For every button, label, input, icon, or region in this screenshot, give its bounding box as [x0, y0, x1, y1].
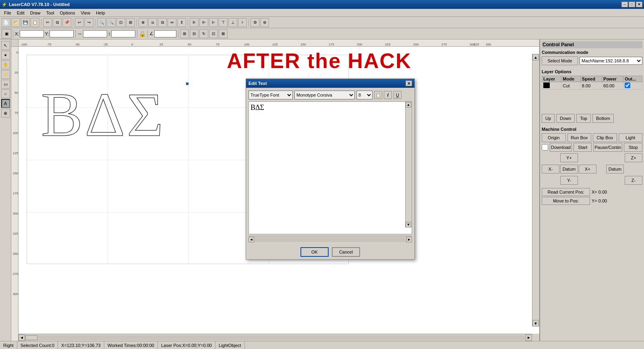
pointer-tool[interactable]: ↖: [1, 41, 10, 50]
underline-button[interactable]: U: [393, 91, 402, 99]
datum2-button[interactable]: Datum: [606, 165, 624, 173]
h-scroll-right[interactable]: ►: [406, 237, 412, 242]
laser-btn1[interactable]: ⚙: [251, 18, 259, 27]
font-copy-button[interactable]: 📋: [374, 91, 382, 99]
save-as-button[interactable]: 📋: [31, 18, 39, 27]
mirror-v-button[interactable]: ⇕: [177, 18, 186, 27]
save-button[interactable]: 💾: [21, 18, 30, 27]
text-vscroll[interactable]: ▲ ▼: [405, 102, 412, 227]
move-pos-button[interactable]: Move to Pos:: [542, 197, 590, 205]
table-row[interactable]: Cut 8.00 60.00: [542, 82, 642, 90]
selection-handle[interactable]: [186, 83, 188, 85]
start-button[interactable]: Start: [574, 143, 592, 152]
top-button[interactable]: Top: [576, 114, 591, 123]
x-input[interactable]: 70.101: [20, 30, 44, 37]
select-mode-button[interactable]: Select Mode: [542, 56, 578, 65]
cut-button[interactable]: ✂: [43, 18, 52, 27]
x-plus-button[interactable]: X+: [579, 165, 596, 173]
spacing-tb-btn[interactable]: ⊠: [219, 29, 228, 38]
z-plus-button[interactable]: Z+: [625, 153, 642, 162]
open-button[interactable]: 📂: [11, 18, 20, 27]
redo-button[interactable]: ↪: [85, 18, 93, 27]
menu-tool[interactable]: Tool: [43, 10, 56, 16]
machine-select[interactable]: MachName:192.168.8.8: [580, 57, 642, 65]
ellipse-tool[interactable]: ○: [1, 89, 10, 98]
node-tool[interactable]: ✦: [1, 51, 10, 60]
scroll-down-button[interactable]: ▼: [532, 320, 539, 326]
run-box-button[interactable]: Run Box: [567, 133, 592, 142]
rect-tool[interactable]: ▭: [1, 80, 10, 89]
light-button[interactable]: Light: [619, 133, 643, 142]
align-left-button[interactable]: ⊪: [190, 18, 199, 27]
paste-button[interactable]: 📌: [62, 18, 71, 27]
italic-button[interactable]: I: [384, 91, 392, 99]
menu-options[interactable]: Options: [58, 10, 78, 16]
zoom-in-button[interactable]: 🔍: [97, 18, 106, 27]
mirror-h-button[interactable]: ⇔: [168, 18, 176, 27]
x-minus-button[interactable]: X-: [542, 165, 559, 173]
flip-tb-btn[interactable]: ⊟: [190, 29, 199, 38]
align-middle-button[interactable]: ⊥: [228, 18, 237, 27]
ungroup-button[interactable]: ⧉: [158, 18, 167, 27]
minimize-button[interactable]: ─: [621, 2, 628, 7]
up-button[interactable]: Up: [542, 114, 555, 123]
y-input[interactable]: 32.587: [50, 30, 74, 37]
arrange-tb-btn[interactable]: ⊡: [209, 29, 218, 38]
text-scroll-down[interactable]: ▼: [406, 222, 411, 227]
close-button[interactable]: ✕: [636, 2, 642, 7]
group-button[interactable]: ⧈: [148, 18, 157, 27]
align-top-button[interactable]: ⊤: [219, 18, 228, 27]
menu-edit[interactable]: Edit: [14, 10, 27, 16]
scroll-thumb-h[interactable]: [25, 335, 37, 340]
v-scrollbar[interactable]: ▲ ▼: [532, 54, 539, 326]
y-plus-button[interactable]: Y+: [560, 153, 578, 162]
bottom-button[interactable]: Bottom: [592, 114, 614, 123]
align-center-h-button[interactable]: ⊫: [199, 18, 208, 27]
angle-input[interactable]: 0.000: [154, 30, 176, 37]
zoom-select-button[interactable]: ⊞: [126, 18, 135, 27]
menu-help[interactable]: Help: [93, 10, 108, 16]
undo-button[interactable]: ↩: [75, 18, 84, 27]
stop-button[interactable]: Stop: [624, 143, 642, 152]
scroll-right-button[interactable]: ►: [526, 335, 532, 341]
menu-file[interactable]: File: [2, 10, 14, 16]
select-all-button[interactable]: ⊕: [139, 18, 147, 27]
download-button[interactable]: Download: [550, 143, 572, 152]
dialog-hscroll[interactable]: ◄ ►: [248, 236, 412, 242]
out-checkbox[interactable]: [625, 83, 630, 88]
font-size-select[interactable]: 8 10 12: [356, 91, 373, 99]
rotate-tb-btn[interactable]: ↻: [199, 29, 208, 38]
h-scroll-left[interactable]: ◄: [248, 237, 254, 242]
origin-button[interactable]: Origin: [542, 133, 566, 142]
datum-button[interactable]: Datum: [560, 165, 578, 173]
ok-button[interactable]: OK: [300, 247, 329, 257]
read-pos-button[interactable]: Read Current Pos:: [542, 188, 590, 196]
cancel-button[interactable]: Cancel: [332, 247, 360, 257]
text-input[interactable]: ΒΔΣ: [249, 102, 412, 234]
text-scroll-up[interactable]: ▲: [406, 102, 411, 107]
text-tool[interactable]: A: [1, 99, 10, 108]
laser-btn2[interactable]: ⊛: [260, 18, 269, 27]
menu-draw[interactable]: Draw: [28, 10, 43, 16]
mirror-tb-btn[interactable]: ⊞: [180, 29, 189, 38]
z-minus-button[interactable]: Z-: [625, 176, 642, 185]
h-scrollbar[interactable]: ◄ ►: [19, 334, 532, 341]
copy-button[interactable]: ⧉: [53, 18, 62, 27]
fit-button[interactable]: ⊡: [116, 18, 125, 27]
extra-tool[interactable]: ⊕: [1, 109, 10, 118]
pause-button[interactable]: Pause/Contin: [593, 143, 622, 152]
align-bottom-button[interactable]: ⊦: [238, 18, 247, 27]
y-minus-button[interactable]: Y-: [560, 176, 578, 185]
maximize-button[interactable]: □: [629, 2, 635, 7]
down-button[interactable]: Down: [556, 114, 575, 123]
laser-tool[interactable]: ⚡: [1, 70, 10, 79]
scroll-left-button[interactable]: ◄: [19, 335, 25, 341]
font-name-select[interactable]: Monotype Corsiva Arial: [294, 91, 355, 99]
pan-tool[interactable]: ✋: [1, 60, 10, 69]
new-button[interactable]: 📄: [2, 18, 10, 27]
laser-checkbox[interactable]: [542, 144, 548, 151]
font-type-select[interactable]: TrueType Font Single Line Font: [248, 91, 293, 99]
clip-box-button[interactable]: Clip Box: [593, 133, 617, 142]
dialog-close-button[interactable]: ✕: [406, 81, 412, 86]
align-right-button[interactable]: ⊩: [209, 18, 218, 27]
